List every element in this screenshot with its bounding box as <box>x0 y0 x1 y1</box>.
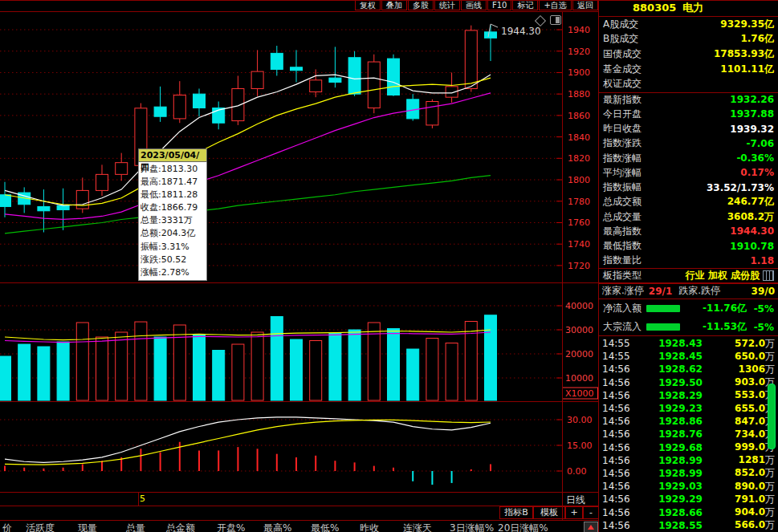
tick-row-6[interactable]: 14:561928.86847.0万 <box>599 415 778 428</box>
border-toolbar-row <box>0 520 598 521</box>
menu-button-5[interactable]: F10 <box>487 0 511 10</box>
tick-row-12[interactable]: 14:561929.29791.0万 <box>599 493 778 506</box>
tick-scrollbar[interactable] <box>768 384 776 449</box>
tick-time: 14:56 <box>602 403 639 414</box>
column-header-5[interactable]: 开盘% <box>217 522 245 532</box>
stat-row-1[interactable]: 今日开盘1937.88 <box>599 107 778 121</box>
tick-list[interactable]: 14:551928.43572.0万14:551928.45650.0万14:5… <box>599 337 778 532</box>
tick-time: 14:56 <box>602 468 639 479</box>
stat-label: 总成交量 <box>603 210 642 224</box>
tick-row-1[interactable]: 14:551928.45650.0万 <box>599 350 778 363</box>
tick-time: 14:56 <box>602 481 639 492</box>
tooltip-line-0: 开盘:1813.30 <box>141 163 205 176</box>
column-header-4[interactable]: 总金额 <box>166 522 195 532</box>
components-grid-icon[interactable] <box>763 270 774 281</box>
tick-row-0[interactable]: 14:551928.43572.0万 <box>599 337 778 350</box>
menu-button-2[interactable]: 多股 <box>408 0 434 10</box>
stat-row-7[interactable]: 总成交额246.77亿 <box>599 195 778 209</box>
stat-value: 1937.88 <box>730 108 774 120</box>
column-header-3[interactable]: 总量 <box>126 522 145 532</box>
column-header-10[interactable]: 3日涨幅% <box>450 522 494 532</box>
stat-label: 最高指数 <box>603 225 642 238</box>
menu-button-4[interactable]: 画线 <box>461 0 487 10</box>
tick-row-5[interactable]: 14:561929.23655.0万 <box>599 402 778 415</box>
tick-row-9[interactable]: 14:561928.991281万 <box>599 454 778 467</box>
flow-row-0[interactable]: 净流入额-11.76亿-5% <box>599 299 778 318</box>
main-price-chart[interactable]: 1940192019001880186018401820180017801760… <box>0 11 598 282</box>
scroll-up-button[interactable] <box>584 522 598 532</box>
svg-text:1940: 1940 <box>568 25 590 35</box>
ma-mid <box>5 78 491 205</box>
column-header-8[interactable]: 昨收 <box>360 522 379 532</box>
tick-price: 1928.76 <box>639 428 722 440</box>
tick-row-14[interactable]: 14:561928.55566.0万 <box>599 519 778 532</box>
tick-price: 1929.29 <box>639 493 722 505</box>
stat-row-3[interactable]: 指数涨跌-7.06 <box>599 136 778 151</box>
fund-row-3[interactable]: 基金成交1101.11亿 <box>599 62 778 77</box>
stat-row-0[interactable]: 最新指数1932.26 <box>599 92 778 107</box>
menu-button-6[interactable]: 标记 <box>512 0 538 10</box>
stat-row-2[interactable]: 昨日收盘1939.32 <box>599 122 778 136</box>
zoom-in-button[interactable]: + <box>565 506 583 519</box>
panel-toggle-icon[interactable] <box>550 15 561 25</box>
stat-row-8[interactable]: 总成交量3608.2万 <box>599 209 778 224</box>
fund-row-4[interactable]: 权证成交 <box>599 76 778 91</box>
tick-row-4[interactable]: 14:561928.29553.0万 <box>599 389 778 402</box>
volume-chart[interactable]: 40000300002000010000X1000 <box>0 282 598 401</box>
flow-value: -11.76亿 <box>680 302 747 315</box>
column-header-1[interactable]: 活跃度 <box>26 522 55 532</box>
border-rp-funds <box>599 92 778 93</box>
index-code: 880305 <box>633 2 676 14</box>
column-header-9[interactable]: 连涨天 <box>403 522 432 532</box>
column-header-2[interactable]: 现量 <box>78 522 97 532</box>
tick-time: 14:56 <box>602 390 639 401</box>
fund-label: A股成交 <box>603 18 638 31</box>
fund-row-0[interactable]: A股成交9329.35亿 <box>599 17 778 32</box>
volume-axis-unit: X1000 <box>565 388 594 399</box>
column-header-11[interactable]: 20日涨幅% <box>498 522 548 532</box>
border-vol-bottom <box>0 401 598 402</box>
app-root: 复权叠加多股统计画线F10标记+自选返回 1940192019001880186… <box>0 0 778 532</box>
flow-row-1[interactable]: 大宗流入-11.53亿-5% <box>599 318 778 336</box>
stat-row-10[interactable]: 最低指数1910.78 <box>599 239 778 254</box>
tick-row-13[interactable]: 14:561928.66904.0万 <box>599 506 778 518</box>
stat-value: 33.52/1.73% <box>707 182 774 193</box>
breadth-row: 涨家.涨停 29/1 跌家.跌停 39/0 <box>599 283 778 298</box>
menu-button-1[interactable]: 叠加 <box>381 0 407 10</box>
menu-button-3[interactable]: 统计 <box>434 0 460 10</box>
tick-volume: 1306万 <box>722 363 775 376</box>
stat-row-6[interactable]: 指数振幅33.52/1.73% <box>599 181 778 195</box>
index-name: 电力 <box>682 2 703 14</box>
stat-row-9[interactable]: 最高指数1944.30 <box>599 224 778 238</box>
template-button[interactable]: 模板 <box>533 506 565 519</box>
zoom-out-button[interactable]: - <box>583 506 599 519</box>
tick-row-10[interactable]: 14:561928.99852.0万 <box>599 467 778 480</box>
stat-value: -7.06 <box>746 138 774 149</box>
tick-row-3[interactable]: 14:561929.50903.0万 <box>599 376 778 389</box>
stat-row-5[interactable]: 平均涨幅0.17% <box>599 165 778 180</box>
menu-button-0[interactable]: 复权 <box>355 0 381 10</box>
svg-text:30.00: 30.00 <box>567 415 593 425</box>
indicator-b-button[interactable]: 指标B <box>499 506 533 519</box>
right-panel: 880305电力 A股成交9329.35亿B股成交1.76亿国债成交17853.… <box>599 0 778 532</box>
tick-row-2[interactable]: 14:561928.621306万 <box>599 363 778 376</box>
tick-row-11[interactable]: 14:561929.03890.0万 <box>599 480 778 493</box>
tick-volume-unit: 万 <box>765 338 775 349</box>
column-header-7[interactable]: 最低% <box>311 522 339 532</box>
board-type-row[interactable]: 板指类型 行业 加权 成份股 <box>599 268 778 282</box>
tick-row-7[interactable]: 14:561928.76734.0万 <box>599 428 778 441</box>
column-header-0[interactable]: 价 <box>2 522 12 532</box>
tick-price: 1928.99 <box>639 468 722 479</box>
fund-row-2[interactable]: 国债成交17853.93亿 <box>599 47 778 62</box>
svg-text:20000: 20000 <box>565 349 593 359</box>
stat-row-4[interactable]: 指数涨幅-0.36% <box>599 151 778 165</box>
indicator-chart[interactable]: 30.0015.000.00 <box>0 401 598 492</box>
column-header-6[interactable]: 最高% <box>263 522 291 532</box>
fund-row-1[interactable]: B股成交1.76亿 <box>599 32 778 47</box>
menu-button-8[interactable]: 返回 <box>572 0 598 10</box>
border-vol-top <box>0 282 778 283</box>
stat-row-11[interactable]: 指数量比1.18 <box>599 254 778 268</box>
svg-text:1920: 1920 <box>568 47 590 57</box>
menu-button-7[interactable]: +自选 <box>539 0 571 10</box>
tick-row-8[interactable]: 14:561929.68999.0万 <box>599 441 778 454</box>
